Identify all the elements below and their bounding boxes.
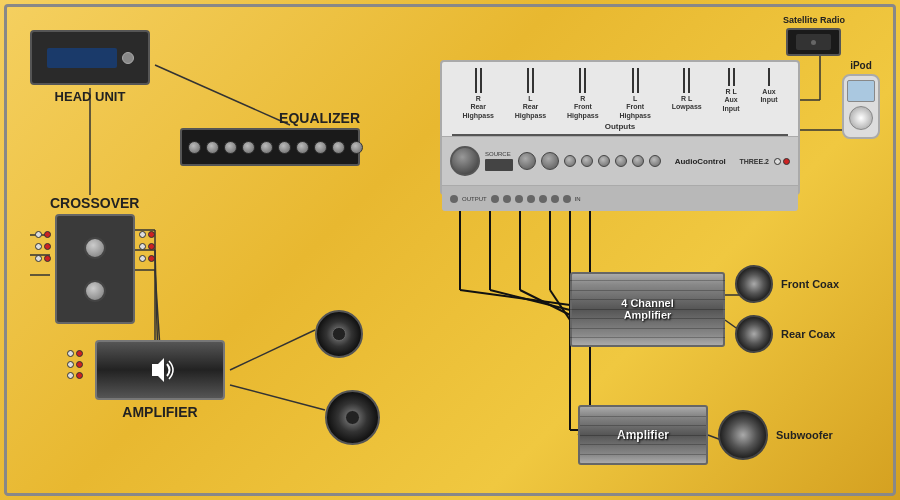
ac-rca-r1	[783, 158, 790, 165]
speaker-icon	[144, 354, 176, 386]
svg-line-18	[490, 290, 570, 310]
ac-bottom-dot-2	[491, 195, 499, 203]
head-unit-box	[30, 30, 150, 85]
ac-output-front-l: LFrontHighpass	[619, 68, 651, 120]
rca-white-3	[35, 255, 42, 262]
svg-line-12	[230, 385, 325, 410]
ac-bottom-dot-3	[503, 195, 511, 203]
ipod-box	[842, 74, 880, 139]
front-coax-label: Front Coax	[781, 278, 839, 290]
head-unit-label: HEAD UNIT	[55, 89, 126, 104]
eq-knob-8	[314, 141, 327, 154]
ipod-label: iPod	[850, 60, 872, 71]
equalizer-label: EQUALIZER	[279, 110, 360, 126]
amp-4ch-outputs: Front Coax Rear Coax	[735, 265, 839, 353]
ac-tiny-knob-2	[581, 155, 593, 167]
rca-out-white-1	[139, 231, 146, 238]
outputs-text: Outputs	[442, 122, 798, 131]
ac-source-display	[485, 159, 513, 171]
equalizer-component: EQUALIZER	[180, 110, 360, 166]
amp-rca-white-1	[67, 350, 74, 357]
amp-left-input-rca-2	[67, 361, 83, 368]
amp-fin-1	[570, 280, 725, 281]
subwoofer-group: Subwoofer	[718, 410, 833, 460]
svg-line-11	[230, 330, 315, 370]
sub-fin-4	[580, 444, 706, 445]
svg-line-17	[460, 290, 570, 305]
head-unit-knob	[122, 52, 134, 64]
audiocontrol-box: RRearHighpass LRearHighpass RFrontHighpa…	[440, 60, 800, 195]
amp-fin-6	[570, 328, 725, 329]
eq-knob-9	[332, 141, 345, 154]
rca-red-2	[44, 243, 51, 250]
audiocontrol-outputs: RRearHighpass LRearHighpass RFrontHighpa…	[442, 62, 798, 122]
ipod-screen	[847, 80, 875, 102]
ac-output-front-r: RFrontHighpass	[567, 68, 599, 120]
ac-bottom-dot-8	[563, 195, 571, 203]
crossover-label: CROSSOVER	[50, 195, 139, 211]
amp-rca-white-3	[67, 372, 74, 379]
crossover-knob-2	[84, 280, 106, 302]
sub-fin-2	[580, 425, 706, 426]
rca-red-3	[44, 255, 51, 262]
amp-rca-white-2	[67, 361, 74, 368]
woofer-inner	[345, 410, 360, 425]
ac-bottom-dot-7	[551, 195, 559, 203]
ac-tiny-knob-3	[598, 155, 610, 167]
crossover-component: CROSSOVER	[50, 195, 139, 324]
crossover-output-rca-1	[139, 231, 155, 238]
equalizer-box	[180, 128, 360, 166]
rca-red-1	[44, 231, 51, 238]
crossover-input-rca-3	[35, 255, 51, 262]
crossover-box	[55, 214, 135, 324]
rear-coax-speaker	[735, 315, 773, 353]
ac-bottom-dot-4	[515, 195, 523, 203]
front-coax-group: Front Coax	[735, 265, 839, 303]
head-unit-component: HEAD UNIT	[30, 30, 150, 104]
eq-knob-10	[350, 141, 363, 154]
eq-knob-3	[224, 141, 237, 154]
ac-output-lowpass: R LLowpass	[672, 68, 702, 120]
ac-bottom-dot-1	[450, 195, 458, 203]
ac-tiny-knob-6	[649, 155, 661, 167]
rca-out-red-1	[148, 231, 155, 238]
amp-4ch-box: 4 Channel Amplifier	[570, 272, 725, 347]
amplifier-left-component: AMPLIFIER	[95, 340, 225, 420]
ac-rca-right-1	[774, 158, 790, 165]
eq-knob-2	[206, 141, 219, 154]
crossover-output-rca-2	[139, 243, 155, 250]
eq-knob-1	[188, 141, 201, 154]
ac-tiny-knob-4	[615, 155, 627, 167]
ac-output-rear-r: RRearHighpass	[462, 68, 494, 120]
amp-rca-red-1	[76, 350, 83, 357]
rca-white-2	[35, 243, 42, 250]
front-coax-speaker	[735, 265, 773, 303]
amplifier-left-box	[95, 340, 225, 400]
satellite-radio-box	[786, 28, 841, 56]
rear-coax-label: Rear Coax	[781, 328, 835, 340]
sub-fin-1	[580, 416, 706, 417]
amp-rca-red-3	[76, 372, 83, 379]
crossover-knob-1	[84, 237, 106, 259]
svg-marker-32	[152, 358, 164, 382]
audiocontrol-bottom-panel: OUTPUT IN	[442, 186, 798, 211]
rca-white-1	[35, 231, 42, 238]
head-unit-screen	[47, 48, 117, 68]
audiocontrol-brand: AudioControl	[666, 157, 734, 166]
crossover-output-rca-3	[139, 255, 155, 262]
ac-volume-knob	[450, 146, 480, 176]
rca-out-white-2	[139, 243, 146, 250]
ac-output-rear-l: LRearHighpass	[515, 68, 547, 120]
amp-sub-label: Amplifier	[617, 428, 669, 442]
rca-out-white-3	[139, 255, 146, 262]
crossover-input-rca-2	[35, 243, 51, 250]
ipod-component: iPod	[842, 60, 880, 139]
crossover-input-rca-1	[35, 231, 51, 238]
rca-out-red-3	[148, 255, 155, 262]
ac-equalizer-knob	[541, 152, 559, 170]
svg-line-20	[550, 290, 570, 320]
amp-sub-wrapper: Amplifier	[578, 405, 708, 465]
eq-knob-4	[242, 141, 255, 154]
amp-rca-red-2	[76, 361, 83, 368]
subwoofer-label: Subwoofer	[776, 429, 833, 441]
